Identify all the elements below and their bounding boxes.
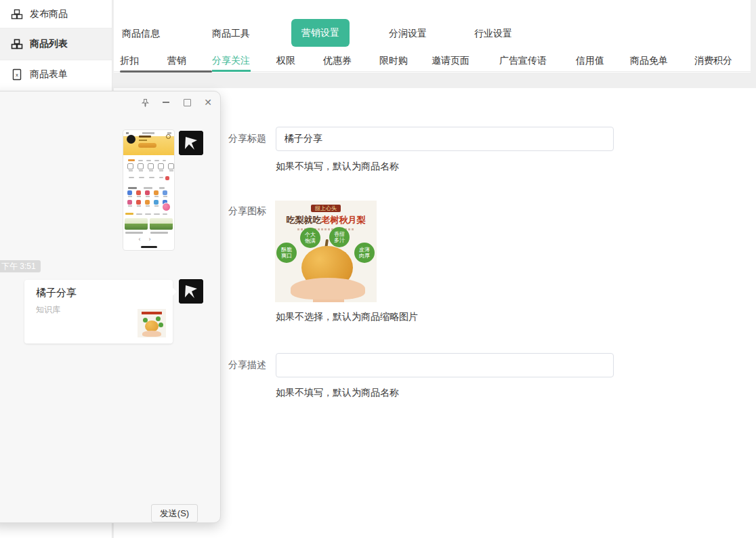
subtab-consume-points[interactable]: 消费积分	[694, 55, 732, 67]
feature-line: 酥脆	[281, 247, 292, 253]
bubble-tail	[168, 287, 177, 296]
svg-text:x: x	[16, 72, 18, 78]
product-image-title: 吃梨就吃老树秋月梨	[275, 214, 377, 226]
subtab-permissions[interactable]: 权限	[276, 55, 295, 67]
sidebar-item-label: 发布商品	[30, 8, 68, 20]
phone-nav-arrows: ‹›	[123, 236, 174, 243]
sender-avatar[interactable]	[179, 279, 203, 304]
sidebar-item-product-form[interactable]: x 商品表单	[0, 60, 112, 89]
thumb-title-bar	[142, 312, 162, 314]
phone-card-services	[125, 185, 172, 211]
share-title-input[interactable]	[276, 127, 614, 151]
share-card-thumbnail	[138, 309, 166, 337]
feature-line: 爽口	[281, 253, 292, 259]
sender-avatar[interactable]	[179, 131, 203, 155]
subtab-discount[interactable]: 折扣	[120, 55, 139, 67]
phone-product-image	[150, 218, 173, 230]
share-icon-label: 分享图标	[228, 205, 270, 218]
phone-card-stats	[125, 175, 172, 183]
phone-product-caption	[125, 232, 143, 234]
tab-product-tools[interactable]: 商品工具	[212, 28, 250, 40]
product-image-title-prefix: 吃梨就吃	[287, 215, 322, 225]
product-image-title-main: 老树秋月梨	[322, 215, 366, 225]
feature-badge: 酥脆 爽口	[276, 243, 297, 263]
share-desc-hint: 如果不填写，默认为商品名称	[276, 387, 399, 399]
avatar-logo-icon	[179, 131, 203, 155]
share-title-label: 分享标题	[228, 133, 270, 145]
subtab-share-follow-active[interactable]: 分享关注	[212, 55, 250, 67]
sidebar-item-label: 商品列表	[30, 38, 68, 50]
tab-industry-settings[interactable]: 行业设置	[474, 28, 512, 40]
pin-icon[interactable]	[140, 97, 150, 108]
phone-user-name	[139, 136, 151, 138]
avatar-logo-icon	[179, 279, 203, 304]
phone-float-icon	[162, 203, 171, 211]
send-button[interactable]: 发送(S)	[151, 504, 198, 522]
phone-status-title	[142, 132, 154, 134]
hand-image	[291, 278, 365, 299]
subtab-coupon[interactable]: 优惠券	[323, 55, 352, 67]
maximize-icon[interactable]	[182, 97, 192, 108]
feature-line: 皮薄	[359, 247, 370, 253]
share-link-card-message[interactable]: 橘子分享 知识库	[24, 280, 173, 344]
window-controls: ✕	[140, 97, 213, 108]
close-icon[interactable]: ✕	[203, 97, 213, 108]
subtab-invite-page[interactable]: 邀请页面	[432, 55, 469, 67]
feature-badge: 香甜 多汁	[329, 227, 350, 247]
share-desc-input[interactable]	[276, 353, 614, 377]
product-image-badge: 甜上心头	[311, 205, 341, 212]
sidebar-item-publish-product[interactable]: 发布商品	[0, 0, 112, 28]
share-icon-hint: 如果不选择，默认为商品缩略图片	[276, 311, 418, 323]
share-card-title: 橘子分享	[36, 287, 77, 299]
thumb-hand	[142, 331, 161, 337]
chat-timestamp: 下午 3:51	[0, 260, 41, 272]
phone-card-quick-icons	[125, 157, 172, 173]
share-title-hint: 如果不填写，默认为商品名称	[276, 161, 399, 173]
minimize-icon[interactable]	[161, 97, 171, 108]
active-subtab-underline	[212, 70, 251, 72]
subtab-credit-value[interactable]: 信用值	[576, 55, 604, 67]
cubes-icon	[11, 38, 23, 50]
thumb-feature-dot	[159, 323, 163, 327]
sidebar-item-label: 商品表单	[30, 68, 68, 81]
subtab-scrollbar-thumb[interactable]	[120, 70, 212, 73]
tab-profit-settings[interactable]: 分润设置	[389, 28, 427, 40]
share-desc-label: 分享描述	[228, 359, 270, 371]
spreadsheet-icon: x	[11, 68, 23, 81]
subtab-marketing[interactable]: 营销	[167, 55, 186, 67]
subtab-ad-slogan[interactable]: 广告宣传语	[499, 55, 547, 67]
share-icon-image[interactable]: 甜上心头 吃梨就吃老树秋月梨 个大 饱满 香甜 多汁 酥脆 爽口 皮薄 肉厚	[275, 201, 377, 302]
tab-product-info[interactable]: 商品信息	[122, 28, 160, 40]
screen: 发布商品 商品列表 x 商品表单 商品信息 商品工具 营销设置 分润设置 行业设…	[0, 0, 756, 538]
phone-user-subtitle	[139, 140, 147, 141]
phone-user-avatar	[127, 135, 135, 144]
feature-line: 饱满	[305, 238, 316, 244]
thumb-feature-dot	[156, 316, 161, 321]
phone-screenshot-message[interactable]: ‹›	[123, 129, 175, 251]
sidebar-item-product-list[interactable]: 商品列表	[0, 28, 112, 60]
feature-line: 个大	[305, 232, 316, 238]
feature-line: 肉厚	[359, 253, 370, 259]
cubes-icon	[11, 8, 23, 20]
feature-line: 多汁	[334, 237, 345, 243]
wechat-share-window: ✕	[0, 91, 221, 523]
feature-badge: 个大 饱满	[300, 228, 320, 248]
feature-line: 香甜	[334, 231, 345, 237]
phone-member-pill	[138, 143, 156, 148]
phone-gear-icon	[166, 134, 171, 139]
feature-badge: 皮薄 肉厚	[354, 243, 375, 263]
subtab-flash-sale[interactable]: 限时购	[379, 55, 408, 67]
share-card-subtitle: 知识库	[36, 304, 60, 316]
phone-status-bar	[126, 132, 129, 134]
phone-product-caption	[150, 232, 168, 234]
phone-home-indicator	[141, 246, 157, 248]
phone-section-tabs	[125, 213, 167, 215]
subtab-free-order[interactable]: 商品免单	[630, 55, 668, 67]
tab-marketing-settings-active[interactable]: 营销设置	[291, 19, 350, 47]
phone-product-image	[125, 218, 148, 230]
